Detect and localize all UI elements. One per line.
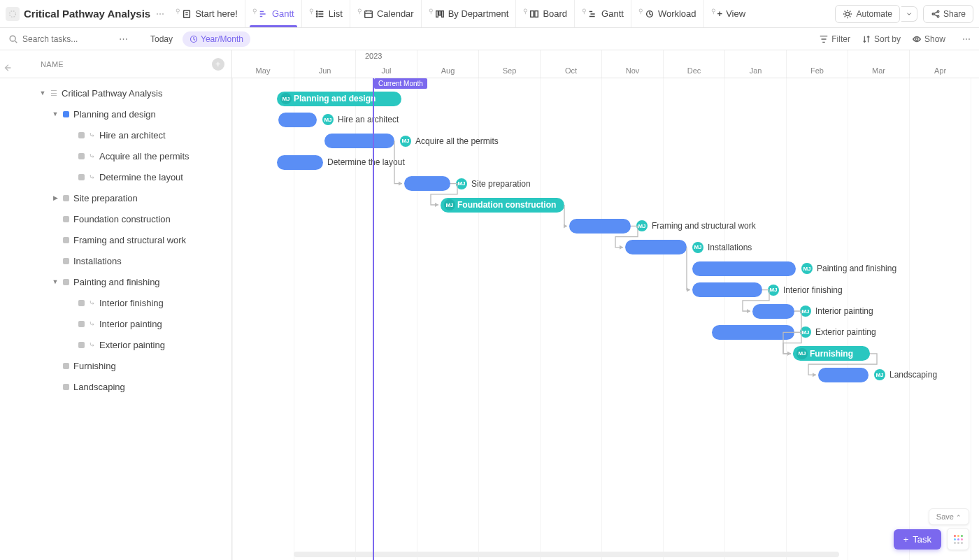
- tree-row[interactable]: Furnishing: [28, 355, 226, 376]
- new-task-button[interactable]: +Task: [894, 529, 941, 550]
- view-tab-gantt[interactable]: ⚲Gantt: [245, 0, 301, 27]
- toolbar-more-icon[interactable]: ⋯: [962, 34, 971, 44]
- gantt-bar-row[interactable]: MJPlanning and design: [277, 91, 401, 106]
- tree-row[interactable]: ▼☰Critical Pathway Analysis: [28, 82, 226, 103]
- assignee-avatar[interactable]: MJ: [322, 114, 334, 125]
- view-tab-list[interactable]: ⚲List: [301, 0, 350, 27]
- assignee-avatar[interactable]: MJ: [800, 306, 811, 317]
- gantt-bar[interactable]: MJPlanning and design: [277, 92, 401, 106]
- caret-right-icon[interactable]: ▶: [52, 194, 59, 201]
- assignee-avatar[interactable]: MJ: [796, 348, 808, 359]
- gantt-bar[interactable]: [625, 240, 687, 254]
- search-more-icon[interactable]: ⋯: [119, 34, 128, 44]
- tree-row[interactable]: Exterior painting: [28, 334, 226, 355]
- assignee-avatar[interactable]: MJ: [636, 220, 648, 231]
- gantt-bar[interactable]: [752, 304, 794, 319]
- sort-button[interactable]: Sort by: [862, 34, 901, 44]
- gantt-bar-row[interactable]: MJInterior painting: [752, 303, 873, 319]
- status-icon[interactable]: [78, 174, 85, 180]
- status-icon[interactable]: [78, 342, 85, 348]
- tree-row[interactable]: Hire an architect: [28, 124, 226, 145]
- assignee-avatar[interactable]: MJ: [801, 263, 813, 274]
- gantt-bar[interactable]: [277, 155, 323, 170]
- caret-down-icon[interactable]: ▼: [52, 110, 59, 117]
- tree-row[interactable]: ▶Site preparation: [28, 187, 226, 208]
- assignee-avatar[interactable]: MJ: [456, 178, 467, 189]
- gantt-bar-row[interactable]: MJInstallations: [625, 240, 752, 255]
- assignee-avatar[interactable]: MJ: [874, 369, 885, 380]
- status-icon[interactable]: [63, 195, 69, 201]
- status-icon[interactable]: [78, 300, 85, 306]
- status-icon[interactable]: [63, 216, 69, 222]
- status-icon[interactable]: [78, 132, 85, 138]
- tree-row[interactable]: Landscaping: [28, 376, 226, 397]
- gantt-bar-row[interactable]: MJHire an architect: [278, 112, 399, 127]
- status-icon[interactable]: [63, 237, 69, 243]
- assignee-avatar[interactable]: MJ: [400, 136, 411, 147]
- caret-down-icon[interactable]: ▼: [39, 89, 46, 96]
- pin-icon[interactable]: ⋯: [156, 9, 164, 19]
- gantt-bar-row[interactable]: MJAcquire all the permits: [324, 134, 499, 149]
- gantt-bar[interactable]: [712, 325, 794, 340]
- assignee-avatar[interactable]: MJ: [768, 285, 779, 296]
- filter-button[interactable]: Filter: [819, 34, 850, 44]
- gantt-bar-row[interactable]: MJSite preparation: [404, 176, 531, 192]
- gantt-bar[interactable]: [692, 282, 762, 297]
- status-icon[interactable]: [63, 363, 69, 369]
- tree-row[interactable]: ▼Painting and finishing: [28, 271, 226, 292]
- tree-row[interactable]: Acquire all the permits: [28, 145, 226, 166]
- tree-row[interactable]: ▼Planning and design: [28, 103, 226, 124]
- tree-row[interactable]: Determine the layout: [28, 166, 226, 187]
- search-input[interactable]: [22, 34, 113, 44]
- assignee-avatar[interactable]: MJ: [692, 242, 703, 253]
- gantt-bar-row[interactable]: MJFoundation construction: [441, 197, 564, 213]
- gantt-bar[interactable]: [818, 368, 869, 382]
- tree-row[interactable]: Foundation construction: [28, 208, 226, 229]
- assignee-avatar[interactable]: MJ: [444, 199, 455, 210]
- gantt-bar[interactable]: [569, 219, 631, 234]
- tree-row[interactable]: Interior finishing: [28, 292, 226, 313]
- status-icon[interactable]: [78, 153, 85, 159]
- tree-row[interactable]: Installations: [28, 250, 226, 271]
- status-icon[interactable]: [78, 321, 85, 327]
- today-button[interactable]: Today: [150, 34, 173, 44]
- assignee-avatar[interactable]: MJ: [800, 326, 811, 338]
- tree-row[interactable]: Framing and structural work: [28, 229, 226, 250]
- caret-down-icon[interactable]: ▼: [52, 278, 59, 285]
- automate-caret[interactable]: [901, 6, 917, 22]
- add-column-icon[interactable]: +: [212, 58, 224, 71]
- view-tab-gantt[interactable]: ⚲Gantt: [574, 0, 631, 27]
- gantt-bar-row[interactable]: Determine the layout: [277, 155, 405, 170]
- view-tab-by-department[interactable]: ⚲By Department: [421, 0, 516, 27]
- sidebar-collapse-icon[interactable]: [3, 63, 13, 75]
- view-tab-calendar[interactable]: ⚲Calendar: [350, 0, 421, 27]
- status-icon[interactable]: [63, 384, 69, 390]
- automate-button[interactable]: Automate: [835, 5, 900, 23]
- gantt-bar-row[interactable]: MJInterior finishing: [692, 282, 843, 298]
- gantt-bar-row[interactable]: MJLandscaping: [818, 367, 937, 382]
- gantt-body[interactable]: Current MonthMJPlanning and designMJHire…: [232, 78, 979, 560]
- share-button[interactable]: Share: [923, 5, 973, 23]
- gantt-bar[interactable]: [278, 113, 317, 127]
- show-button[interactable]: Show: [912, 34, 945, 44]
- gantt-bar[interactable]: [404, 176, 450, 191]
- gantt-bar[interactable]: [324, 134, 394, 148]
- gantt-bar-row[interactable]: MJExterior painting: [712, 324, 876, 340]
- view-tab-start-here-[interactable]: ⚲Start here!: [169, 0, 245, 27]
- status-icon[interactable]: [63, 279, 69, 285]
- project-title[interactable]: Critical Pathway Analysis: [24, 8, 150, 20]
- gantt-bar-row[interactable]: MJFraming and structural work: [569, 218, 756, 234]
- gantt-bar[interactable]: MJFoundation construction: [441, 198, 564, 213]
- status-icon[interactable]: [63, 111, 69, 117]
- horizontal-scrollbar[interactable]: [294, 552, 839, 557]
- save-button[interactable]: Save ⌃: [929, 508, 969, 525]
- search-icon[interactable]: [8, 34, 18, 44]
- status-icon[interactable]: [63, 258, 69, 264]
- view-tab-view[interactable]: ⚲+View: [703, 0, 753, 27]
- gantt-bar-row[interactable]: MJPainting and finishing: [692, 261, 896, 276]
- apps-button[interactable]: [947, 528, 969, 550]
- gantt-bar-row[interactable]: MJFurnishing: [793, 346, 870, 361]
- tree-row[interactable]: Interior painting: [28, 313, 226, 334]
- view-tab-workload[interactable]: ⚲Workload: [631, 0, 703, 27]
- gantt-bar[interactable]: MJFurnishing: [793, 346, 870, 361]
